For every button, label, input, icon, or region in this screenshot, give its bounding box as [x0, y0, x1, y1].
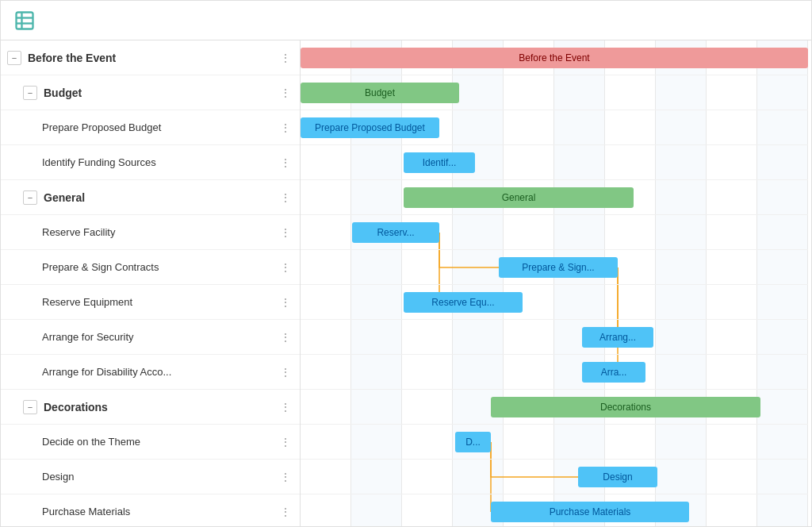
- gantt-bar-13[interactable]: Purchase Materials: [491, 502, 689, 522]
- row-label-design: Design: [42, 471, 278, 483]
- collapse-btn-decorations[interactable]: −: [23, 400, 37, 414]
- gantt-row-arrange-disability: [301, 355, 808, 390]
- gantt-row-reserve-equipment: [301, 285, 808, 320]
- app-container: −Before the Event⋮−Budget⋮Prepare Propos…: [0, 0, 812, 527]
- dots-menu-reserve-equipment[interactable]: ⋮: [278, 296, 293, 309]
- row-label-purchase-materials: Purchase Materials: [42, 506, 278, 517]
- gantt-bar-5[interactable]: Reserv...: [352, 222, 439, 243]
- row-label-arrange-disability: Arrange for Disability Acco...: [42, 366, 278, 378]
- gantt-bar-9[interactable]: Arra...: [582, 362, 645, 383]
- table-icon: [13, 10, 36, 32]
- gantt-bar-10[interactable]: Decorations: [491, 397, 760, 417]
- row-purchase-materials[interactable]: Purchase Materials⋮: [1, 494, 300, 526]
- row-label-general: General: [44, 191, 278, 204]
- gantt-bar-7[interactable]: Reserve Equ...: [404, 292, 523, 313]
- row-label-sign-contracts: Prepare & Sign Contracts: [42, 261, 278, 273]
- row-label-decide-theme: Decide on the Theme: [42, 436, 278, 448]
- gantt-row-decide-theme: [301, 425, 808, 460]
- dots-menu-design[interactable]: ⋮: [278, 471, 293, 483]
- row-design[interactable]: Design⋮: [1, 460, 300, 494]
- dots-menu-budget[interactable]: ⋮: [278, 87, 293, 99]
- gantt-panel[interactable]: Before the EventBudgetPrepare Proposed B…: [301, 40, 811, 526]
- gantt-bar-2[interactable]: Prepare Proposed Budget: [301, 117, 439, 138]
- dots-menu-sign-contracts[interactable]: ⋮: [278, 261, 293, 274]
- dots-menu-reserve-facility[interactable]: ⋮: [278, 226, 293, 239]
- svg-rect-0: [17, 12, 33, 29]
- collapse-btn-general[interactable]: −: [23, 190, 37, 205]
- row-arrange-security[interactable]: Arrange for Security⋮: [1, 320, 300, 355]
- row-label-budget: Budget: [44, 87, 278, 99]
- gantt-bar-1[interactable]: Budget: [301, 83, 459, 103]
- collapse-btn-budget[interactable]: −: [23, 86, 37, 100]
- row-identify-funding[interactable]: Identify Funding Sources⋮: [1, 145, 300, 180]
- row-label-reserve-facility: Reserve Facility: [42, 226, 278, 238]
- row-before-event[interactable]: −Before the Event⋮: [1, 40, 300, 75]
- gantt-bar-12[interactable]: Design: [578, 467, 657, 487]
- gantt-bar-8[interactable]: Arrang...: [582, 327, 653, 348]
- gantt-bar-3[interactable]: Identif...: [404, 152, 475, 173]
- dots-menu-before-event[interactable]: ⋮: [278, 52, 293, 64]
- dots-menu-identify-funding[interactable]: ⋮: [278, 156, 293, 169]
- gantt-bar-0[interactable]: Before the Event: [301, 48, 808, 68]
- gantt-bar-11[interactable]: D...: [455, 432, 491, 452]
- main-content: −Before the Event⋮−Budget⋮Prepare Propos…: [1, 40, 811, 526]
- collapse-btn-before-event[interactable]: −: [7, 51, 21, 65]
- gantt-bar-4[interactable]: General: [404, 187, 634, 208]
- dots-menu-general[interactable]: ⋮: [278, 191, 293, 204]
- row-reserve-facility[interactable]: Reserve Facility⋮: [1, 215, 300, 250]
- row-label-prepare-budget: Prepare Proposed Budget: [42, 121, 278, 133]
- dots-menu-arrange-security[interactable]: ⋮: [278, 331, 293, 344]
- row-prepare-budget[interactable]: Prepare Proposed Budget⋮: [1, 110, 300, 145]
- left-panel: −Before the Event⋮−Budget⋮Prepare Propos…: [1, 40, 301, 526]
- row-decorations[interactable]: −Decorations⋮: [1, 390, 300, 425]
- row-decide-theme[interactable]: Decide on the Theme⋮: [1, 425, 300, 460]
- row-label-arrange-security: Arrange for Security: [42, 331, 278, 343]
- dots-menu-arrange-disability[interactable]: ⋮: [278, 366, 293, 379]
- row-label-reserve-equipment: Reserve Equipment: [42, 296, 278, 308]
- dots-menu-purchase-materials[interactable]: ⋮: [278, 506, 293, 518]
- header: [1, 1, 811, 40]
- dots-menu-decide-theme[interactable]: ⋮: [278, 436, 293, 448]
- row-general[interactable]: −General⋮: [1, 180, 300, 215]
- gantt-row-design: [301, 460, 808, 494]
- gantt-bar-6[interactable]: Prepare & Sign...: [499, 257, 618, 278]
- row-budget[interactable]: −Budget⋮: [1, 75, 300, 110]
- row-arrange-disability[interactable]: Arrange for Disability Acco...⋮: [1, 355, 300, 390]
- row-label-before-event: Before the Event: [28, 52, 278, 64]
- row-reserve-equipment[interactable]: Reserve Equipment⋮: [1, 285, 300, 320]
- gantt-row-arrange-security: [301, 320, 808, 355]
- dots-menu-prepare-budget[interactable]: ⋮: [278, 121, 293, 134]
- row-label-decorations: Decorations: [44, 401, 278, 414]
- row-sign-contracts[interactable]: Prepare & Sign Contracts⋮: [1, 250, 300, 285]
- gantt-row-identify-funding: [301, 145, 808, 180]
- dots-menu-decorations[interactable]: ⋮: [278, 401, 293, 414]
- row-label-identify-funding: Identify Funding Sources: [42, 156, 278, 168]
- gantt-wrapper: Before the EventBudgetPrepare Proposed B…: [301, 40, 808, 526]
